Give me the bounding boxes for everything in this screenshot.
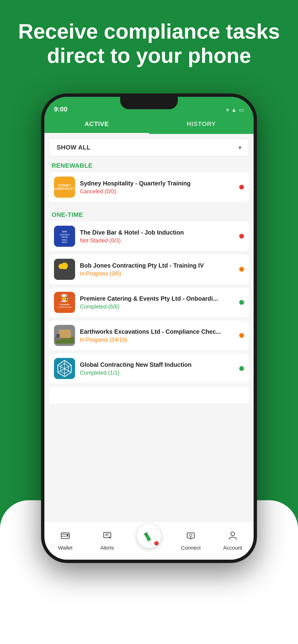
nav-wallet[interactable]: Wallet — [44, 530, 86, 551]
status-dot — [239, 366, 244, 371]
notification-dot — [154, 541, 159, 546]
list-item[interactable]: Earthworks Excavations Ltd - Compliance … — [49, 320, 249, 350]
tab-active[interactable]: ACTIVE — [44, 116, 149, 134]
hero-text: Receive compliance tasks direct to your … — [0, 19, 298, 68]
pencil-icon — [143, 530, 155, 542]
center-button[interactable] — [137, 524, 161, 548]
nav-alerts-label: Alerts — [100, 545, 114, 551]
global-logo-svg — [54, 358, 75, 379]
list-item[interactable]: Global Contracting New Staff Induction C… — [49, 354, 249, 383]
account-icon — [228, 530, 238, 543]
svg-text:BAR: BAR — [62, 230, 67, 233]
svg-rect-15 — [59, 330, 71, 338]
item-status: Completed (6/6) — [80, 304, 234, 310]
global-logo — [54, 358, 75, 379]
bobjones-logo — [54, 259, 75, 280]
item-text: Global Contracting New Staff Induction C… — [80, 361, 234, 376]
item-text: Earthworks Excavations Ltd - Compliance … — [80, 328, 234, 343]
item-text: Premiere Catering & Events Pty Ltd - Onb… — [80, 295, 234, 310]
content-area: SHOW ALL ▾ RENEWABLE SYDNEYHOSPITALITY S… — [44, 134, 254, 521]
nav-account[interactable]: Account — [212, 530, 254, 551]
tab-bar: ACTIVE HISTORY — [44, 116, 254, 134]
svg-rect-33 — [187, 533, 194, 538]
divebar-logo: BAR COCKTAILS DREAM DISCO PARTY — [54, 226, 75, 247]
item-title: Sydney Hospitality - Quarterly Training — [80, 180, 234, 187]
list-item[interactable]: SYDNEYHOSPITALITY Sydney Hospitality - Q… — [49, 172, 249, 202]
status-icons: ▾ ▲ ▭ — [226, 107, 244, 113]
connect-icon — [186, 530, 196, 543]
filter-dropdown[interactable]: SHOW ALL ▾ — [49, 139, 249, 156]
battery-icon: ▭ — [239, 107, 244, 113]
item-status: In Progress (14/16) — [80, 336, 234, 343]
item-status: Completed (1/1) — [80, 370, 234, 376]
earthworks-logo-svg — [54, 325, 75, 346]
bottom-nav: Wallet Alerts — [44, 521, 254, 560]
chevron-down-icon: ▾ — [238, 144, 241, 151]
item-title: The Dive Bar & Hotel - Job Induction — [80, 228, 234, 236]
item-title: Earthworks Excavations Ltd - Compliance … — [80, 328, 234, 336]
svg-text:👨‍🍳: 👨‍🍳 — [60, 294, 69, 302]
nav-center[interactable] — [128, 534, 170, 548]
section-one-time: ONE-TIME — [44, 205, 254, 222]
item-status: In Progress (3/6) — [80, 270, 234, 277]
status-dot — [239, 300, 244, 305]
signal-icon: ▲ — [231, 107, 237, 113]
item-title: Premiere Catering & Events Pty Ltd - Onb… — [80, 295, 234, 302]
premiere-logo: 👨‍🍳 PREMIERE CATERING&EVENTS — [54, 292, 75, 313]
svg-text:CATERING&EVENTS: CATERING&EVENTS — [57, 306, 72, 308]
item-title: Global Contracting New Staff Induction — [80, 361, 234, 369]
svg-text:PREMIERE: PREMIERE — [60, 304, 70, 306]
svg-text:DISCO: DISCO — [62, 239, 67, 241]
item-status: Not Started (0/3) — [80, 238, 234, 244]
nav-wallet-label: Wallet — [58, 545, 72, 551]
status-bar: 9:00 ▾ ▲ ▭ — [44, 97, 254, 116]
svg-text:COCKTAILS: COCKTAILS — [60, 234, 70, 236]
tab-history[interactable]: HISTORY — [149, 116, 254, 134]
list-item-partial — [49, 387, 249, 404]
status-dot — [239, 333, 244, 338]
item-status: Canceled (0/0) — [80, 188, 234, 195]
svg-rect-24 — [61, 533, 69, 538]
section-renewable: RENEWABLE — [44, 156, 254, 172]
nav-connect[interactable]: Connect — [170, 530, 212, 551]
wifi-icon: ▾ — [226, 107, 229, 113]
nav-connect-label: Connect — [181, 545, 201, 551]
bobjones-logo-svg — [54, 259, 75, 280]
list-item[interactable]: 👨‍🍳 PREMIERE CATERING&EVENTS Premiere Ca… — [49, 288, 249, 317]
status-time: 9:00 — [54, 106, 67, 113]
svg-text:PARTY: PARTY — [62, 242, 67, 243]
list-item[interactable]: Bob Jones Contracting Pty Ltd - Training… — [49, 254, 249, 284]
nav-alerts[interactable]: Alerts — [86, 530, 128, 551]
svg-point-26 — [67, 534, 68, 536]
filter-label: SHOW ALL — [57, 144, 91, 151]
svg-rect-17 — [54, 338, 61, 340]
item-text: Sydney Hospitality - Quarterly Training … — [80, 180, 234, 195]
item-title: Bob Jones Contracting Pty Ltd - Training… — [80, 262, 234, 270]
sydney-logo: SYDNEYHOSPITALITY — [54, 176, 75, 198]
notch — [120, 97, 178, 109]
divebar-logo-svg: BAR COCKTAILS DREAM DISCO PARTY — [54, 226, 75, 247]
earthworks-logo — [54, 325, 75, 346]
svg-point-37 — [231, 532, 235, 536]
item-text: The Dive Bar & Hotel - Job Induction Not… — [80, 228, 234, 244]
list-item[interactable]: BAR COCKTAILS DREAM DISCO PARTY The Dive… — [49, 222, 249, 251]
svg-point-8 — [59, 264, 64, 269]
phone-shell: 9:00 ▾ ▲ ▭ ACTIVE HISTORY SHOW ALL ▾ REN… — [41, 94, 257, 563]
alerts-icon — [102, 530, 112, 543]
premiere-logo-svg: 👨‍🍳 PREMIERE CATERING&EVENTS — [54, 292, 75, 313]
status-dot — [239, 234, 244, 238]
status-dot — [239, 267, 244, 272]
svg-point-34 — [190, 534, 192, 537]
svg-text:DREAM: DREAM — [61, 236, 68, 238]
nav-account-label: Account — [223, 545, 242, 551]
phone-screen: 9:00 ▾ ▲ ▭ ACTIVE HISTORY SHOW ALL ▾ REN… — [44, 97, 254, 560]
status-dot — [239, 185, 244, 190]
item-text: Bob Jones Contracting Pty Ltd - Training… — [80, 262, 234, 277]
wallet-icon — [60, 530, 70, 543]
